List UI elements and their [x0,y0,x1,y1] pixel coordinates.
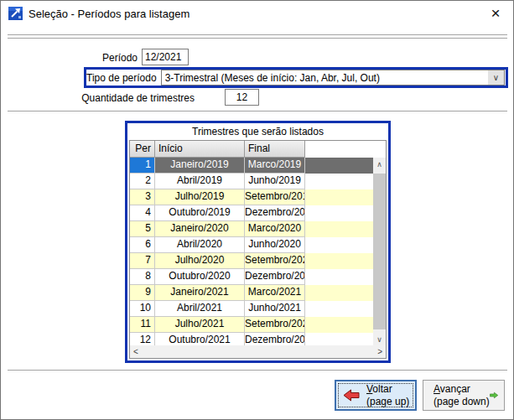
window-title: Seleção - Períodos para listagem [29,8,190,20]
cell-final[interactable]: Junho/2019 [245,174,305,189]
arrow-left-icon [343,389,360,402]
cell-per[interactable]: 10 [130,301,155,317]
cell-inicio[interactable]: Julho/2021 [155,317,245,333]
cell-per[interactable]: 12 [130,333,155,345]
cell-per[interactable]: 8 [130,269,155,285]
horizontal-scrollbar[interactable]: < > [130,345,386,358]
cell-final[interactable]: Dezembro/2019 [245,205,305,221]
cell-inicio[interactable]: Outubro/2019 [155,205,245,221]
tipo-periodo-row: Tipo de período 3-Trimestral (Meses de i… [84,67,508,88]
column-header-per[interactable]: Per [130,141,155,158]
vertical-scrollbar-thumb[interactable] [373,174,386,329]
periodo-label: Período [1,52,138,64]
cell-inicio[interactable]: Outubro/2021 [155,333,245,345]
separator-top [8,34,507,39]
grid-header-row: Per Início Final [130,141,373,158]
cell-final[interactable]: Marco/2020 [245,221,305,237]
cell-final[interactable]: Marco/2019 [245,158,305,174]
quarters-panel: Trimestres que serão listados Per Início… [125,121,391,363]
cell-per[interactable]: 3 [130,189,155,205]
cell-final[interactable]: Dezembro/2021 [245,333,305,345]
table-row[interactable]: 4Outubro/2019Dezembro/2019 [130,205,373,221]
table-row[interactable]: 2Abril/2019Junho/2019 [130,174,373,189]
quarters-grid: Per Início Final 1Janeiro/2019Marco/2019… [129,140,387,359]
column-header-inicio[interactable]: Início [155,141,245,158]
avancar-button[interactable]: Avançar (page down) [423,380,505,411]
cell-inicio[interactable]: Janeiro/2021 [155,285,245,301]
scroll-right-icon[interactable]: > [377,347,382,356]
quarters-panel-title: Trimestres que serão listados [127,123,388,140]
scroll-up-icon[interactable]: ∧ [373,158,386,170]
separator-middle [8,111,507,114]
cell-per[interactable]: 1 [130,158,155,174]
table-row[interactable]: 7Julho/2020Setembro/2020 [130,253,373,269]
cell-inicio[interactable]: Abril/2020 [155,237,245,253]
table-row[interactable]: 8Outubro/2020Dezembro/2020 [130,269,373,285]
dialog-window: Seleção - Períodos para listagem × Perío… [0,0,514,420]
avancar-button-label: Avançar [434,383,490,396]
arrow-right-icon [490,389,498,402]
cell-per[interactable]: 9 [130,285,155,301]
quantidade-input[interactable] [225,89,259,106]
scroll-down-icon[interactable]: ∨ [373,333,386,345]
cell-final[interactable]: Junho/2021 [245,301,305,317]
cell-inicio[interactable]: Outubro/2020 [155,269,245,285]
close-icon[interactable]: × [478,1,513,26]
table-row[interactable]: 5Janeiro/2020Marco/2020 [130,221,373,237]
quantidade-label: Quantidade de trimestres [1,92,195,104]
cell-final[interactable]: Setembro/2019 [245,189,305,205]
tipo-periodo-label: Tipo de período [86,72,157,84]
cell-final[interactable]: Setembro/2021 [245,317,305,333]
periodo-input[interactable] [142,49,189,65]
voltar-button-sublabel: (page up) [366,396,409,408]
cell-final[interactable]: Marco/2021 [245,285,305,301]
cell-per[interactable]: 5 [130,221,155,237]
scroll-left-icon[interactable]: < [133,347,138,356]
cell-per[interactable]: 6 [130,237,155,253]
table-row[interactable]: 1Janeiro/2019Marco/2019 [130,158,373,174]
cell-final[interactable]: Junho/2020 [245,237,305,253]
cell-inicio[interactable]: Abril/2019 [155,174,245,189]
cell-inicio[interactable]: Abril/2021 [155,301,245,317]
tipo-periodo-value: 3-Trimestral (Meses de início: Jan, Abr,… [165,72,380,84]
cell-inicio[interactable]: Julho/2020 [155,253,245,269]
cell-per[interactable]: 2 [130,174,155,189]
vertical-scrollbar[interactable]: ∧ ∨ [373,158,386,345]
cell-inicio[interactable]: Julho/2019 [155,189,245,205]
tipo-periodo-select[interactable]: 3-Trimestral (Meses de início: Jan, Abr,… [161,70,505,86]
cell-per[interactable]: 7 [130,253,155,269]
cell-inicio[interactable]: Janeiro/2019 [155,158,245,174]
cell-final[interactable]: Setembro/2020 [245,253,305,269]
chevron-down-icon[interactable]: ∨ [488,70,504,85]
avancar-button-sublabel: (page down) [434,396,490,408]
quarters-grid-viewport: Per Início Final 1Janeiro/2019Marco/2019… [130,141,373,345]
title-bar: Seleção - Períodos para listagem × [1,1,513,26]
cell-per[interactable]: 4 [130,205,155,221]
separator-bottom [8,370,507,373]
app-icon [8,7,23,20]
table-row[interactable]: 12Outubro/2021Dezembro/2021 [130,333,373,345]
voltar-button[interactable]: Voltar (page up) [335,380,417,411]
voltar-button-label: Voltar [366,383,409,396]
cell-inicio[interactable]: Janeiro/2020 [155,221,245,237]
table-row[interactable]: 11Julho/2021Setembro/2021 [130,317,373,333]
table-row[interactable]: 3Julho/2019Setembro/2019 [130,189,373,205]
cell-final[interactable]: Dezembro/2020 [245,269,305,285]
vertical-scrollbar-track[interactable] [373,170,386,333]
table-row[interactable]: 6Abril/2020Junho/2020 [130,237,373,253]
column-header-final[interactable]: Final [245,141,305,158]
grid-rows: 1Janeiro/2019Marco/20192Abril/2019Junho/… [130,158,373,345]
table-row[interactable]: 9Janeiro/2021Marco/2021 [130,285,373,301]
cell-per[interactable]: 11 [130,317,155,333]
table-row[interactable]: 10Abril/2021Junho/2021 [130,301,373,317]
